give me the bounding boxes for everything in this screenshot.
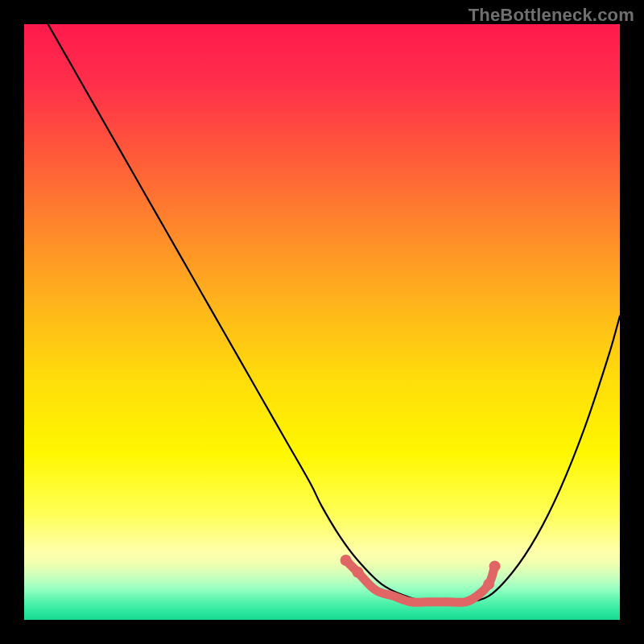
marker-dot	[489, 560, 501, 572]
marker-dot	[483, 579, 494, 590]
bottleneck-curve	[48, 24, 620, 602]
highlighted-bottom-line	[346, 560, 495, 602]
plot-overlay	[24, 24, 620, 620]
marker-dot	[352, 567, 363, 578]
marker-dot	[341, 555, 352, 566]
chart-frame	[24, 24, 620, 620]
watermark-text: TheBottleneck.com	[469, 5, 634, 26]
